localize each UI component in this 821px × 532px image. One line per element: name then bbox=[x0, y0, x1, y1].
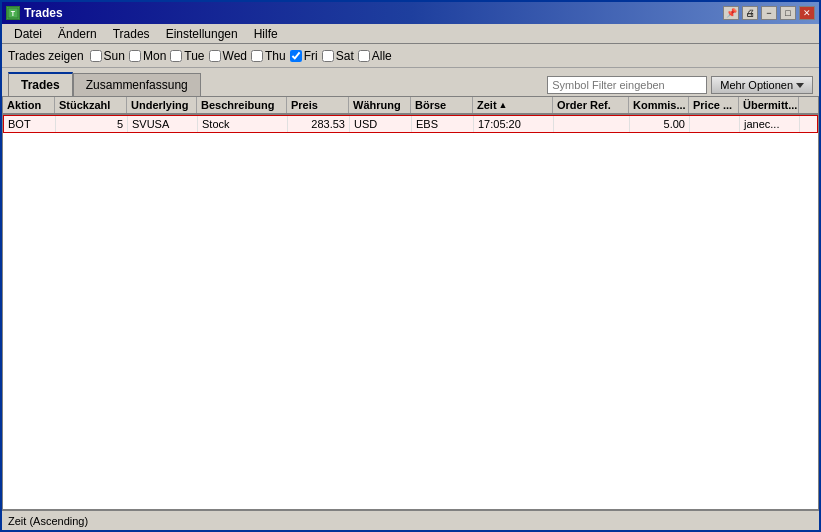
cell-uebermitt: janec... bbox=[740, 116, 800, 132]
col-header-orderref[interactable]: Order Ref. bbox=[553, 97, 629, 113]
checkbox-mon[interactable] bbox=[129, 50, 141, 62]
checkbox-wed[interactable] bbox=[209, 50, 221, 62]
close-button[interactable]: ✕ bbox=[799, 6, 815, 20]
filter-alle[interactable]: Alle bbox=[358, 49, 392, 63]
maximize-button[interactable]: □ bbox=[780, 6, 796, 20]
col-header-price2[interactable]: Price ... bbox=[689, 97, 739, 113]
filter-label: Trades zeigen bbox=[8, 49, 84, 63]
checkbox-sat[interactable] bbox=[322, 50, 334, 62]
col-header-beschreibung[interactable]: Beschreibung bbox=[197, 97, 287, 113]
status-text: Zeit (Ascending) bbox=[8, 515, 88, 527]
checkbox-thu[interactable] bbox=[251, 50, 263, 62]
filterbar: Trades zeigen Sun Mon Tue Wed Thu Fri Sa… bbox=[2, 44, 819, 68]
table-area: Aktion Stückzahl Underlying Beschreibung… bbox=[2, 96, 819, 510]
main-window: T Trades 📌 🖨 − □ ✕ Datei Ändern Trades E… bbox=[0, 0, 821, 532]
filter-sun[interactable]: Sun bbox=[90, 49, 125, 63]
menu-datei[interactable]: Datei bbox=[6, 25, 50, 43]
cell-boerse: EBS bbox=[412, 116, 474, 132]
table-header: Aktion Stückzahl Underlying Beschreibung… bbox=[3, 97, 818, 115]
col-header-aktion[interactable]: Aktion bbox=[3, 97, 55, 113]
menu-hilfe[interactable]: Hilfe bbox=[246, 25, 286, 43]
checkbox-alle[interactable] bbox=[358, 50, 370, 62]
filter-wed[interactable]: Wed bbox=[209, 49, 247, 63]
filter-thu[interactable]: Thu bbox=[251, 49, 286, 63]
pin-button[interactable]: 📌 bbox=[723, 6, 739, 20]
col-header-waehrung[interactable]: Währung bbox=[349, 97, 411, 113]
menu-aendern[interactable]: Ändern bbox=[50, 25, 105, 43]
symbol-filter-input[interactable] bbox=[547, 76, 707, 94]
more-options-button[interactable]: Mehr Optionen bbox=[711, 76, 813, 94]
checkbox-tue[interactable] bbox=[170, 50, 182, 62]
print-button[interactable]: 🖨 bbox=[742, 6, 758, 20]
titlebar-left: T Trades bbox=[6, 6, 63, 20]
statusbar: Zeit (Ascending) bbox=[2, 510, 819, 530]
filter-tue[interactable]: Tue bbox=[170, 49, 204, 63]
cell-zeit: 17:05:20 bbox=[474, 116, 554, 132]
table-row[interactable]: BOT 5 SVUSA Stock 283.53 USD EBS 17:05:2… bbox=[3, 115, 818, 133]
col-header-boerse[interactable]: Börse bbox=[411, 97, 473, 113]
cell-aktion: BOT bbox=[4, 116, 56, 132]
menubar: Datei Ändern Trades Einstellungen Hilfe bbox=[2, 24, 819, 44]
more-options-arrow-icon bbox=[796, 83, 804, 88]
cell-kommis: 5.00 bbox=[630, 116, 690, 132]
tabbar: Trades Zusammenfassung Mehr Optionen bbox=[2, 68, 819, 96]
col-header-preis[interactable]: Preis bbox=[287, 97, 349, 113]
app-icon: T bbox=[6, 6, 20, 20]
menu-trades[interactable]: Trades bbox=[105, 25, 158, 43]
more-options-label: Mehr Optionen bbox=[720, 79, 793, 91]
tab-zusammenfassung[interactable]: Zusammenfassung bbox=[73, 73, 201, 96]
cell-preis: 283.53 bbox=[288, 116, 350, 132]
tabs-left: Trades Zusammenfassung bbox=[8, 72, 201, 96]
window-title: Trades bbox=[24, 6, 63, 20]
svg-text:T: T bbox=[11, 10, 16, 17]
cell-orderref bbox=[554, 116, 630, 132]
col-header-uebermitt[interactable]: Übermitt... bbox=[739, 97, 799, 113]
minimize-button[interactable]: − bbox=[761, 6, 777, 20]
col-header-kommis[interactable]: Kommis... bbox=[629, 97, 689, 113]
col-header-zeit[interactable]: Zeit ▲ bbox=[473, 97, 553, 113]
cell-stueckzahl: 5 bbox=[56, 116, 128, 132]
cell-beschreibung: Stock bbox=[198, 116, 288, 132]
filter-fri[interactable]: Fri bbox=[290, 49, 318, 63]
filter-sat[interactable]: Sat bbox=[322, 49, 354, 63]
titlebar: T Trades 📌 🖨 − □ ✕ bbox=[2, 2, 819, 24]
titlebar-controls: 📌 🖨 − □ ✕ bbox=[723, 6, 815, 20]
checkbox-sun[interactable] bbox=[90, 50, 102, 62]
filter-mon[interactable]: Mon bbox=[129, 49, 166, 63]
tab-trades[interactable]: Trades bbox=[8, 72, 73, 96]
tabs-right: Mehr Optionen bbox=[547, 76, 813, 94]
sort-asc-icon: ▲ bbox=[499, 100, 508, 110]
day-filter-group: Sun Mon Tue Wed Thu Fri Sat Alle bbox=[90, 49, 392, 63]
col-header-stueckzahl[interactable]: Stückzahl bbox=[55, 97, 127, 113]
col-header-underlying[interactable]: Underlying bbox=[127, 97, 197, 113]
table-body: BOT 5 SVUSA Stock 283.53 USD EBS 17:05:2… bbox=[3, 115, 818, 509]
cell-waehrung: USD bbox=[350, 116, 412, 132]
menu-einstellungen[interactable]: Einstellungen bbox=[158, 25, 246, 43]
cell-underlying: SVUSA bbox=[128, 116, 198, 132]
cell-price2 bbox=[690, 116, 740, 132]
checkbox-fri[interactable] bbox=[290, 50, 302, 62]
